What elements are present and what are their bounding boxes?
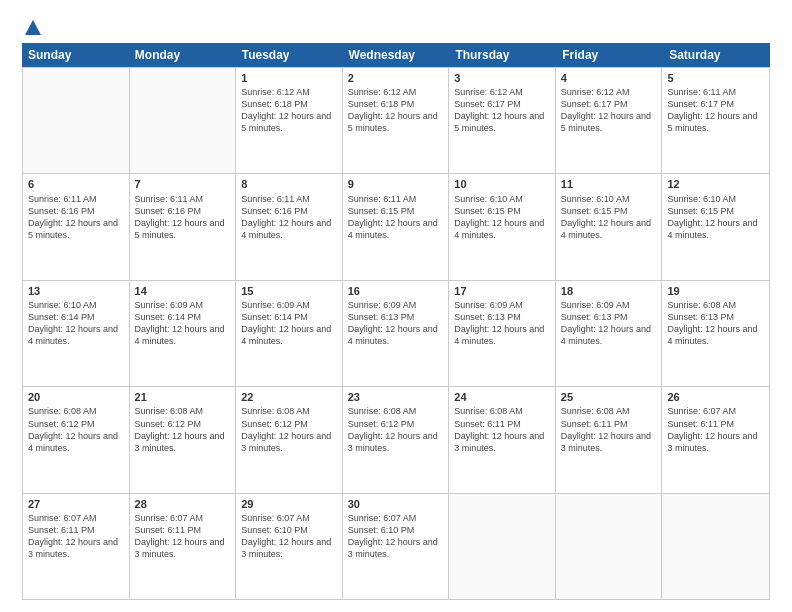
day-number: 12 (667, 177, 764, 191)
calendar-cell: 17Sunrise: 6:09 AM Sunset: 6:13 PM Dayli… (449, 281, 556, 386)
cell-info: Sunrise: 6:12 AM Sunset: 6:18 PM Dayligh… (241, 86, 337, 135)
day-number: 25 (561, 390, 657, 404)
logo-line1 (22, 18, 42, 37)
calendar: SundayMondayTuesdayWednesdayThursdayFrid… (22, 43, 770, 600)
calendar-cell: 22Sunrise: 6:08 AM Sunset: 6:12 PM Dayli… (236, 387, 343, 492)
cell-info: Sunrise: 6:10 AM Sunset: 6:15 PM Dayligh… (561, 193, 657, 242)
cell-info: Sunrise: 6:07 AM Sunset: 6:11 PM Dayligh… (667, 405, 764, 454)
day-number: 7 (135, 177, 231, 191)
cell-info: Sunrise: 6:09 AM Sunset: 6:13 PM Dayligh… (454, 299, 550, 348)
calendar-cell: 23Sunrise: 6:08 AM Sunset: 6:12 PM Dayli… (343, 387, 450, 492)
calendar-cell: 19Sunrise: 6:08 AM Sunset: 6:13 PM Dayli… (662, 281, 769, 386)
cell-info: Sunrise: 6:07 AM Sunset: 6:11 PM Dayligh… (135, 512, 231, 561)
cell-info: Sunrise: 6:11 AM Sunset: 6:16 PM Dayligh… (241, 193, 337, 242)
cal-header-cell: Monday (129, 43, 236, 67)
calendar-row: 13Sunrise: 6:10 AM Sunset: 6:14 PM Dayli… (23, 280, 769, 386)
cal-header-cell: Tuesday (236, 43, 343, 67)
cal-header-cell: Wednesday (343, 43, 450, 67)
calendar-cell: 16Sunrise: 6:09 AM Sunset: 6:13 PM Dayli… (343, 281, 450, 386)
day-number: 26 (667, 390, 764, 404)
calendar-cell: 25Sunrise: 6:08 AM Sunset: 6:11 PM Dayli… (556, 387, 663, 492)
calendar-cell: 26Sunrise: 6:07 AM Sunset: 6:11 PM Dayli… (662, 387, 769, 492)
cell-info: Sunrise: 6:10 AM Sunset: 6:15 PM Dayligh… (667, 193, 764, 242)
day-number: 16 (348, 284, 444, 298)
day-number: 29 (241, 497, 337, 511)
calendar-cell: 20Sunrise: 6:08 AM Sunset: 6:12 PM Dayli… (23, 387, 130, 492)
day-number: 11 (561, 177, 657, 191)
cell-info: Sunrise: 6:11 AM Sunset: 6:16 PM Dayligh… (135, 193, 231, 242)
cell-info: Sunrise: 6:08 AM Sunset: 6:13 PM Dayligh… (667, 299, 764, 348)
cal-header-cell: Friday (556, 43, 663, 67)
calendar-body: 1Sunrise: 6:12 AM Sunset: 6:18 PM Daylig… (22, 67, 770, 600)
calendar-cell (130, 68, 237, 173)
calendar-cell: 27Sunrise: 6:07 AM Sunset: 6:11 PM Dayli… (23, 494, 130, 599)
day-number: 4 (561, 71, 657, 85)
day-number: 13 (28, 284, 124, 298)
cell-info: Sunrise: 6:09 AM Sunset: 6:14 PM Dayligh… (135, 299, 231, 348)
cal-header-cell: Thursday (449, 43, 556, 67)
cell-info: Sunrise: 6:11 AM Sunset: 6:16 PM Dayligh… (28, 193, 124, 242)
calendar-cell: 7Sunrise: 6:11 AM Sunset: 6:16 PM Daylig… (130, 174, 237, 279)
cell-info: Sunrise: 6:10 AM Sunset: 6:15 PM Dayligh… (454, 193, 550, 242)
cell-info: Sunrise: 6:09 AM Sunset: 6:14 PM Dayligh… (241, 299, 337, 348)
calendar-cell: 6Sunrise: 6:11 AM Sunset: 6:16 PM Daylig… (23, 174, 130, 279)
day-number: 15 (241, 284, 337, 298)
calendar-cell: 1Sunrise: 6:12 AM Sunset: 6:18 PM Daylig… (236, 68, 343, 173)
day-number: 14 (135, 284, 231, 298)
svg-marker-0 (25, 20, 41, 35)
day-number: 6 (28, 177, 124, 191)
day-number: 1 (241, 71, 337, 85)
calendar-cell: 9Sunrise: 6:11 AM Sunset: 6:15 PM Daylig… (343, 174, 450, 279)
cal-header-cell: Saturday (663, 43, 770, 67)
calendar-cell: 29Sunrise: 6:07 AM Sunset: 6:10 PM Dayli… (236, 494, 343, 599)
day-number: 2 (348, 71, 444, 85)
logo-icon (24, 19, 42, 37)
day-number: 27 (28, 497, 124, 511)
calendar-cell (662, 494, 769, 599)
day-number: 10 (454, 177, 550, 191)
day-number: 18 (561, 284, 657, 298)
calendar-cell: 21Sunrise: 6:08 AM Sunset: 6:12 PM Dayli… (130, 387, 237, 492)
cell-info: Sunrise: 6:08 AM Sunset: 6:11 PM Dayligh… (561, 405, 657, 454)
calendar-header: SundayMondayTuesdayWednesdayThursdayFrid… (22, 43, 770, 67)
calendar-cell: 3Sunrise: 6:12 AM Sunset: 6:17 PM Daylig… (449, 68, 556, 173)
cell-info: Sunrise: 6:09 AM Sunset: 6:13 PM Dayligh… (561, 299, 657, 348)
calendar-cell: 13Sunrise: 6:10 AM Sunset: 6:14 PM Dayli… (23, 281, 130, 386)
cell-info: Sunrise: 6:07 AM Sunset: 6:10 PM Dayligh… (348, 512, 444, 561)
day-number: 24 (454, 390, 550, 404)
day-number: 23 (348, 390, 444, 404)
calendar-row: 1Sunrise: 6:12 AM Sunset: 6:18 PM Daylig… (23, 67, 769, 173)
calendar-cell: 24Sunrise: 6:08 AM Sunset: 6:11 PM Dayli… (449, 387, 556, 492)
logo-block (22, 18, 42, 37)
day-number: 9 (348, 177, 444, 191)
calendar-cell: 11Sunrise: 6:10 AM Sunset: 6:15 PM Dayli… (556, 174, 663, 279)
cell-info: Sunrise: 6:11 AM Sunset: 6:17 PM Dayligh… (667, 86, 764, 135)
calendar-row: 20Sunrise: 6:08 AM Sunset: 6:12 PM Dayli… (23, 386, 769, 492)
calendar-cell (449, 494, 556, 599)
cell-info: Sunrise: 6:07 AM Sunset: 6:10 PM Dayligh… (241, 512, 337, 561)
calendar-cell: 5Sunrise: 6:11 AM Sunset: 6:17 PM Daylig… (662, 68, 769, 173)
day-number: 5 (667, 71, 764, 85)
cell-info: Sunrise: 6:10 AM Sunset: 6:14 PM Dayligh… (28, 299, 124, 348)
cell-info: Sunrise: 6:09 AM Sunset: 6:13 PM Dayligh… (348, 299, 444, 348)
calendar-row: 6Sunrise: 6:11 AM Sunset: 6:16 PM Daylig… (23, 173, 769, 279)
day-number: 19 (667, 284, 764, 298)
calendar-row: 27Sunrise: 6:07 AM Sunset: 6:11 PM Dayli… (23, 493, 769, 599)
calendar-cell (23, 68, 130, 173)
day-number: 17 (454, 284, 550, 298)
day-number: 28 (135, 497, 231, 511)
cell-info: Sunrise: 6:12 AM Sunset: 6:17 PM Dayligh… (561, 86, 657, 135)
cell-info: Sunrise: 6:12 AM Sunset: 6:17 PM Dayligh… (454, 86, 550, 135)
cell-info: Sunrise: 6:08 AM Sunset: 6:12 PM Dayligh… (348, 405, 444, 454)
calendar-cell: 2Sunrise: 6:12 AM Sunset: 6:18 PM Daylig… (343, 68, 450, 173)
calendar-cell: 14Sunrise: 6:09 AM Sunset: 6:14 PM Dayli… (130, 281, 237, 386)
cell-info: Sunrise: 6:08 AM Sunset: 6:12 PM Dayligh… (135, 405, 231, 454)
cell-info: Sunrise: 6:08 AM Sunset: 6:11 PM Dayligh… (454, 405, 550, 454)
calendar-cell: 10Sunrise: 6:10 AM Sunset: 6:15 PM Dayli… (449, 174, 556, 279)
top-section (22, 18, 770, 37)
cell-info: Sunrise: 6:08 AM Sunset: 6:12 PM Dayligh… (28, 405, 124, 454)
cell-info: Sunrise: 6:11 AM Sunset: 6:15 PM Dayligh… (348, 193, 444, 242)
day-number: 8 (241, 177, 337, 191)
calendar-cell: 30Sunrise: 6:07 AM Sunset: 6:10 PM Dayli… (343, 494, 450, 599)
calendar-cell: 15Sunrise: 6:09 AM Sunset: 6:14 PM Dayli… (236, 281, 343, 386)
